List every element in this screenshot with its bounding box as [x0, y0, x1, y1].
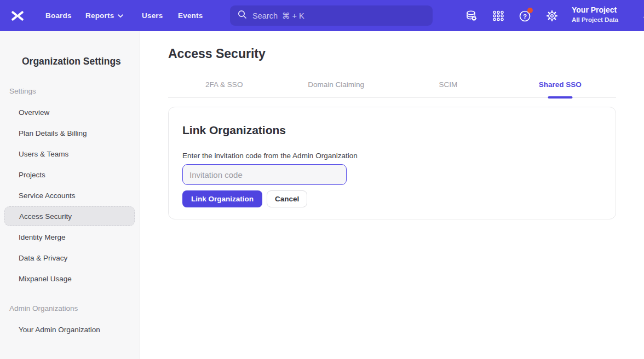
tab-bar: 2FA & SSO Domain Claiming SCIM Shared SS…	[168, 77, 616, 98]
tab-shared-sso[interactable]: Shared SSO	[504, 77, 617, 97]
org-settings-sidebar: Organization Settings Settings Overview …	[0, 31, 140, 359]
nav-item-label: Users	[142, 11, 163, 20]
nav-item-label: Reports	[85, 11, 114, 20]
sidebar-section-settings: Settings	[9, 86, 140, 96]
page-title: Access Security	[168, 45, 644, 62]
sidebar-item-mixpanel-usage[interactable]: Mixpanel Usage	[0, 268, 140, 289]
invitation-code-label: Enter the invitation code from the Admin…	[182, 152, 602, 160]
sidebar-item-access-security[interactable]: Access Security	[4, 206, 135, 226]
help-icon[interactable]: ?	[518, 9, 532, 23]
project-name: Your Project	[572, 5, 637, 15]
search-input[interactable]	[252, 11, 417, 20]
sidebar-item-identity-merge[interactable]: Identity Merge	[0, 227, 140, 247]
sidebar-item-plan-details-billing[interactable]: Plan Details & Billing	[0, 123, 140, 143]
tab-label: Shared SSO	[539, 80, 582, 89]
nav-item-users[interactable]: Users	[142, 0, 163, 31]
sidebar-item-users-teams[interactable]: Users & Teams	[0, 143, 140, 164]
nav-item-reports[interactable]: Reports	[85, 0, 123, 31]
settings-gear-icon[interactable]	[545, 9, 559, 23]
data-management-icon[interactable]	[464, 9, 479, 23]
tab-label: SCIM	[439, 80, 457, 89]
search-icon	[238, 10, 247, 21]
notification-dot	[527, 8, 533, 13]
svg-text:?: ?	[523, 13, 527, 19]
tab-2fa-sso[interactable]: 2FA & SSO	[168, 77, 280, 97]
sidebar-section-admin-organizations: Admin Organizations	[9, 304, 140, 314]
card-title: Link Organizations	[182, 123, 602, 137]
invitation-code-input[interactable]	[182, 164, 347, 185]
sidebar-item-service-accounts[interactable]: Service Accounts	[0, 185, 140, 206]
nav-item-events[interactable]: Events	[178, 0, 203, 31]
sidebar-title: Organization Settings	[22, 55, 140, 67]
apps-grid-icon[interactable]	[491, 9, 505, 23]
global-search[interactable]	[230, 5, 433, 26]
mixpanel-logo-icon[interactable]	[10, 9, 25, 23]
sidebar-item-your-admin-organization[interactable]: Your Admin Organization	[0, 319, 140, 340]
main-content: Access Security 2FA & SSO Domain Claimin…	[140, 31, 644, 359]
link-organization-button[interactable]: Link Organization	[182, 190, 262, 207]
nav-item-label: Boards	[45, 11, 72, 20]
nav-item-boards[interactable]: Boards	[45, 0, 72, 31]
tab-label: 2FA & SSO	[205, 80, 243, 89]
tab-label: Domain Claiming	[308, 80, 364, 89]
active-tab-indicator	[548, 96, 572, 99]
tab-scim[interactable]: SCIM	[392, 77, 504, 97]
cancel-button[interactable]: Cancel	[267, 190, 307, 207]
nav-item-label: Events	[178, 11, 203, 20]
sidebar-item-data-privacy[interactable]: Data & Privacy	[0, 247, 140, 268]
project-scope: All Project Data	[572, 15, 637, 24]
top-navigation: Boards Reports Users Events	[0, 0, 644, 31]
sidebar-item-projects[interactable]: Projects	[0, 164, 140, 185]
link-organizations-card: Link Organizations Enter the invitation …	[168, 107, 616, 219]
sidebar-item-overview[interactable]: Overview	[0, 102, 140, 123]
chevron-down-icon	[118, 11, 123, 20]
tab-domain-claiming[interactable]: Domain Claiming	[280, 77, 393, 97]
project-selector[interactable]: Your Project All Project Data	[572, 5, 637, 24]
